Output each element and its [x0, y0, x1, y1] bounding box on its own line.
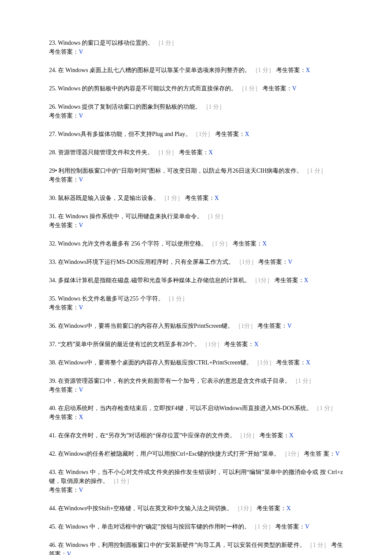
question-text: 利用控制面板窗口中的“日期/时间”图标，可改变日期，以防止每月26日这天CIH病… [58, 168, 302, 174]
answer-label: 考生答案： [258, 259, 288, 265]
question-number: 32. [49, 240, 58, 247]
question-text: 在保存文件时，在“另存为”对话框的“保存位置”中应保存的文件类。 [58, 432, 236, 439]
question-number: 26. [49, 104, 58, 110]
question-number: 34. [49, 277, 58, 283]
question-number: 24. [49, 67, 58, 73]
question-number: 25. [49, 85, 58, 92]
question-points: ［1 分］ [203, 104, 225, 110]
question-text: Windows具有多媒体功能，但不支持Plug and Play。 [58, 131, 191, 137]
answer-label: 考生答案： [275, 523, 305, 530]
question-number: 39. [49, 378, 58, 384]
answer-label: 考生答案： [49, 49, 79, 55]
question-item: 36. 在Windows中，要将当前窗口的内容存入剪贴板应按PrintScree… [49, 321, 343, 330]
question-number: 30. [49, 195, 58, 201]
answer-label: 考生答案： [49, 387, 79, 393]
question-item: 44. 在Windows中按Shift+空格键，可以在英文和中文输入法之间切换。… [49, 504, 343, 513]
question-text: 在启动系统时，当内存检查结束后，立即按F4键，可以不启动Windows而直接进入… [58, 405, 312, 411]
question-item: 26. Windows 提供了复制活动窗口的图象到剪贴板的功能。 ［1 分］考生… [49, 102, 343, 120]
question-item: 25. Windows 的的剪贴板中的内容是不可能以文件的方式而直接保存的。 ［… [49, 84, 343, 93]
question-text: “文档”菜单中所保留的最近使有过的文档至多有20个。 [58, 341, 200, 347]
question-text: 资源管理器只能管理文件和文件夹。 [58, 149, 153, 156]
question-points: ［1 分］ [314, 405, 336, 411]
question-item: 41. 在保存文件时，在“另存为”对话框的“保存位置”中应保存的文件类。 ［1分… [49, 431, 343, 440]
question-text: 多媒体计算机是指能在磁盘.磁带和光盘等多种媒体上存储信息的计算机。 [58, 277, 251, 283]
answer-label: 考生答案： [49, 487, 79, 493]
question-text: 在Windows环境下运行MS-DOS应用程序时，只有全屏幕工作方式。 [58, 259, 234, 265]
question-points: ［1分］ [193, 131, 213, 137]
question-points: ［1 分］ [252, 67, 275, 73]
answer-value: V [67, 551, 71, 555]
question-points: ［1分］ [236, 259, 257, 265]
question-number: 35. [49, 295, 58, 302]
answer-label: 考生答案： [257, 505, 286, 512]
question-number: 27. [49, 131, 58, 137]
answer-label: 考生答案： [257, 323, 287, 329]
answer-value: X [286, 505, 291, 512]
question-number: 46. [49, 542, 58, 548]
question-number: 29• [49, 168, 58, 174]
question-number: 36. [49, 323, 58, 329]
answer-value: X [79, 414, 83, 420]
question-item: 33. 在Windows环境下运行MS-DOS应用程序时，只有全屏幕工作方式。 … [49, 257, 343, 266]
answer-value: V [79, 176, 83, 183]
question-item: 43. 在 Windows 中，当不小心对文件或文件夹的操作发生错误时，可以利用… [49, 468, 343, 494]
question-number: 42. [49, 451, 58, 457]
answer-value: V [288, 259, 292, 265]
question-number: 37. [49, 341, 58, 347]
question-item: 37. “文档”菜单中所保留的最近使有过的文档至多有20个。 ［1分］ 考生答案… [49, 340, 343, 349]
question-item: 45. 在 Windows 中，单击对话框中的“确定”按钮与按回车键的作用时一样… [49, 522, 343, 531]
answer-value: X [209, 149, 213, 156]
question-number: 43. [49, 469, 58, 475]
question-text: 在 Windows 操作系统中，可以用键盘来执行菜单命令。 [58, 213, 203, 220]
answer-value: V [79, 49, 83, 55]
question-item: 40. 在启动系统时，当内存检查结束后，立即按F4键，可以不启动Windows而… [49, 404, 343, 422]
question-points: ［1 分］ [205, 213, 227, 220]
answer-value: X [306, 67, 310, 73]
answer-value: V [79, 387, 83, 393]
question-text: Windows 允许文件名最多有 256 个字符，可以使用空格。 [58, 240, 208, 247]
question-points: ［1 分］ [304, 168, 326, 174]
question-text: Windows 的窗口是可以移动位置的。 [58, 40, 154, 46]
answer-value: V [292, 85, 297, 92]
answer-value: V [79, 487, 83, 493]
question-points: ［1 分］ [161, 195, 184, 201]
answer-label: 考生答案： [49, 304, 79, 311]
question-item: 34. 多媒体计算机是指能在磁盘.磁带和光盘等多种媒体上存储信息的计算机。 ［1… [49, 276, 343, 285]
question-item: 23. Windows 的窗口是可以移动位置的。 ［1 分］考生答案：V [49, 38, 343, 56]
question-text: 在 Windows 中，利用控制面板窗口中的“安装新硬件”向导工具，可以安装任何… [58, 542, 306, 548]
question-points: ［1 分］ [292, 378, 315, 384]
answer-value: X [254, 341, 258, 347]
question-item: 39. 在资源管理器窗口中，有的文件夹前面带有一个加号，它表示的意思是含文件或子… [49, 376, 343, 394]
question-points: ［1 分］ [307, 542, 329, 548]
question-number: 23. [49, 40, 58, 46]
question-number: 41. [49, 432, 58, 439]
question-number: 28. [49, 149, 58, 156]
question-text: 鼠标器既是输入设备，又是输出设备。 [58, 195, 159, 201]
answer-label: 考生答案： [49, 176, 79, 183]
answer-label: 考生答案： [276, 67, 306, 73]
question-number: 44. [49, 505, 58, 512]
answer-label: 考生答案： [233, 240, 262, 247]
question-text: 在Windows的任务栏被隐藏时，用户可以用按Ctrl+Esc键的快捷方式打开“… [58, 451, 280, 457]
answer-label: 考生答案： [49, 222, 79, 228]
answer-label: 考生答案： [179, 149, 209, 156]
answer-label: 考生答案： [49, 113, 79, 119]
question-item: 29• 利用控制面板窗口中的“日期/时间”图标，可改变日期，以防止每月26日这天… [49, 166, 343, 184]
question-text: 在 Windows 中，当不小心对文件或文件夹的操作发生错误时，可以利用“编辑”… [49, 469, 343, 484]
question-text: 在Windows中，要将整个桌面的内容存入剪贴板应按CTRL+PrintScre… [58, 359, 252, 366]
question-points: ［1分］ [202, 341, 225, 347]
question-text: 在 Windows 中，单击对话框中的“确定”按钮与按回车键的作用时一样的。 [58, 523, 250, 530]
question-text: 在资源管理器窗口中，有的文件夹前面带有一个加号，它表示的意思是含文件或子目录。 [58, 378, 291, 384]
question-number: 45. [49, 523, 58, 530]
answer-label: 考生答案： [215, 131, 245, 137]
answer-value: V [335, 451, 340, 457]
answer-value: X [245, 131, 249, 137]
answer-value: V [79, 222, 83, 228]
answer-label: 考生答案： [224, 341, 254, 347]
question-number: 40. [49, 405, 58, 411]
answer-label: 考生答案： [185, 195, 215, 201]
question-item: 31. 在 Windows 操作系统中，可以用键盘来执行菜单命令。 ［1 分］考… [49, 212, 343, 230]
question-text: 在Windows中，要将当前窗口的内容存入剪贴板应按PrintScreen键。 [58, 323, 233, 329]
answer-value: X [262, 240, 267, 247]
answer-value: X [304, 277, 308, 283]
